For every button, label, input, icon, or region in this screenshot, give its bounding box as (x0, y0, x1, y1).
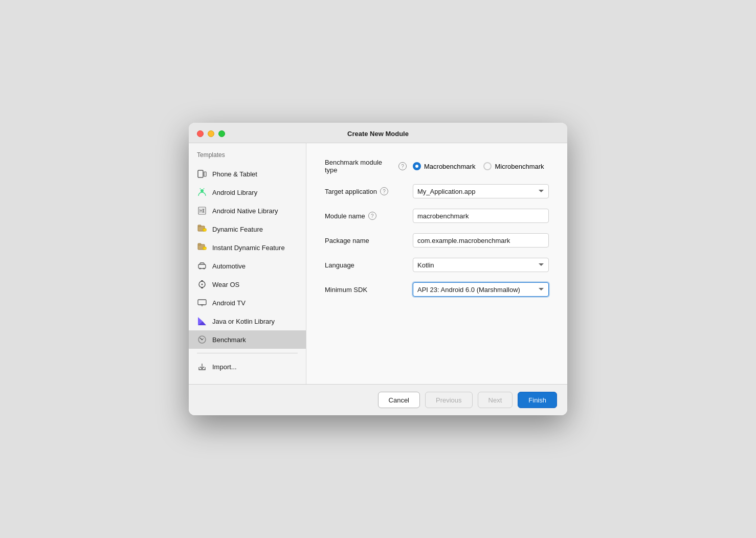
module-name-help[interactable]: ? (368, 212, 376, 220)
language-row: Language Kotlin (325, 258, 549, 272)
benchmark-module-type-options: Macrobenchmark Microbenchmark (413, 162, 544, 170)
sidebar-divider (197, 353, 298, 353)
import-icon (197, 362, 207, 372)
benchmark-module-type-label: Benchmark module type ? (325, 159, 407, 174)
minimum-sdk-label: Minimum SDK (325, 286, 407, 294)
sidebar-item-label: Android TV (212, 299, 246, 307)
target-application-select[interactable]: My_Application.app (413, 184, 549, 198)
sidebar-item-label: Benchmark (212, 336, 246, 344)
minimum-sdk-row: Minimum SDK API 23: Android 6.0 (Marshma… (325, 282, 549, 297)
minimum-sdk-select[interactable]: API 23: Android 6.0 (Marshmallow) (413, 282, 549, 297)
svg-point-23 (202, 284, 203, 285)
android-library-icon (197, 187, 207, 197)
svg-rect-12 (198, 225, 201, 227)
svg-point-32 (202, 339, 203, 340)
instant-dynamic-feature-icon: ⚡ (197, 242, 207, 253)
svg-rect-26 (198, 300, 206, 305)
svg-point-20 (199, 268, 201, 270)
language-select[interactable]: Kotlin (413, 258, 549, 272)
minimize-button[interactable] (208, 130, 214, 137)
language-label: Language (325, 261, 407, 269)
svg-point-2 (201, 189, 204, 192)
package-name-input[interactable] (413, 233, 549, 248)
benchmark-icon (197, 334, 207, 345)
svg-rect-24 (201, 280, 203, 282)
dialog-title: Create New Module (197, 130, 559, 138)
main-panel: Benchmark module type ? Macrobenchmark M… (306, 143, 567, 384)
benchmark-module-type-help[interactable]: ? (398, 162, 407, 170)
sidebar-item-dynamic-feature[interactable]: ⚡ Dynamic Feature (189, 220, 306, 238)
android-native-library-icon (197, 206, 207, 216)
dialog-footer: Cancel Previous Next Finish (189, 384, 567, 415)
sidebar-item-wear-os[interactable]: Wear OS (189, 275, 306, 294)
sidebar-item-automotive[interactable]: Automotive (189, 257, 306, 275)
module-name-input[interactable] (413, 209, 549, 223)
module-name-row: Module name ? (325, 209, 549, 223)
sidebar-item-instant-dynamic-feature[interactable]: ⚡ Instant Dynamic Feature (189, 238, 306, 257)
svg-rect-16 (198, 243, 201, 245)
previous-button: Previous (425, 392, 473, 408)
sidebar-item-android-tv[interactable]: Android TV (189, 294, 306, 312)
sidebar-item-label: Android Library (212, 189, 257, 196)
module-name-label: Module name ? (325, 212, 407, 220)
svg-text:⚡: ⚡ (204, 247, 207, 251)
microbenchmark-option[interactable]: Microbenchmark (483, 162, 544, 170)
sidebar-item-android-native-library[interactable]: Android Native Library (189, 201, 306, 220)
sidebar-item-phone-tablet[interactable]: Phone & Tablet (189, 165, 306, 183)
next-button: Next (478, 392, 513, 408)
package-name-label: Package name (325, 237, 407, 244)
macrobenchmark-option[interactable]: Macrobenchmark (413, 162, 475, 170)
create-new-module-dialog: Create New Module Templates Phone & Tabl… (189, 123, 567, 415)
target-application-label: Target application ? (325, 187, 407, 195)
sidebar-item-benchmark[interactable]: Benchmark (189, 330, 306, 349)
microbenchmark-radio[interactable] (483, 162, 492, 170)
dialog-content: Templates Phone & Tablet (189, 143, 567, 384)
target-application-row: Target application ? My_Application.app (325, 184, 549, 198)
svg-line-4 (204, 188, 204, 189)
package-name-row: Package name (325, 233, 549, 248)
macrobenchmark-radio[interactable] (413, 162, 421, 170)
sidebar-item-java-kotlin-library[interactable]: Java or Kotlin Library (189, 312, 306, 330)
title-bar: Create New Module (189, 123, 567, 143)
sidebar-item-label: Instant Dynamic Feature (212, 244, 285, 252)
sidebar-item-android-library[interactable]: Android Library (189, 183, 306, 201)
wear-os-icon (197, 279, 207, 289)
traffic-lights (197, 130, 225, 137)
benchmark-module-type-row: Benchmark module type ? Macrobenchmark M… (325, 159, 549, 174)
svg-rect-25 (201, 287, 203, 288)
maximize-button[interactable] (218, 130, 225, 137)
sidebar-item-import[interactable]: Import... (189, 357, 306, 376)
automotive-icon (197, 261, 207, 271)
sidebar-item-label: Automotive (212, 262, 246, 270)
java-kotlin-library-icon (197, 316, 207, 326)
target-application-help[interactable]: ? (380, 187, 388, 195)
dynamic-feature-icon: ⚡ (197, 224, 207, 234)
svg-point-21 (204, 268, 205, 270)
finish-button[interactable]: Finish (518, 392, 557, 408)
svg-line-3 (200, 188, 201, 189)
svg-text:⚡: ⚡ (204, 229, 207, 232)
sidebar: Templates Phone & Tablet (189, 143, 306, 384)
close-button[interactable] (197, 130, 204, 137)
sidebar-header: Templates (189, 151, 306, 165)
phone-tablet-icon (197, 169, 207, 179)
svg-rect-0 (198, 170, 203, 177)
sidebar-item-label: Phone & Tablet (212, 170, 257, 178)
sidebar-item-label: Java or Kotlin Library (212, 318, 275, 325)
cancel-button[interactable]: Cancel (378, 392, 420, 408)
svg-rect-19 (198, 264, 206, 268)
android-tv-icon (197, 298, 207, 308)
svg-rect-1 (204, 172, 206, 176)
sidebar-item-label: Android Native Library (212, 207, 278, 215)
sidebar-item-label: Import... (212, 363, 237, 371)
sidebar-item-label: Dynamic Feature (212, 226, 263, 233)
sidebar-item-label: Wear OS (212, 281, 239, 288)
